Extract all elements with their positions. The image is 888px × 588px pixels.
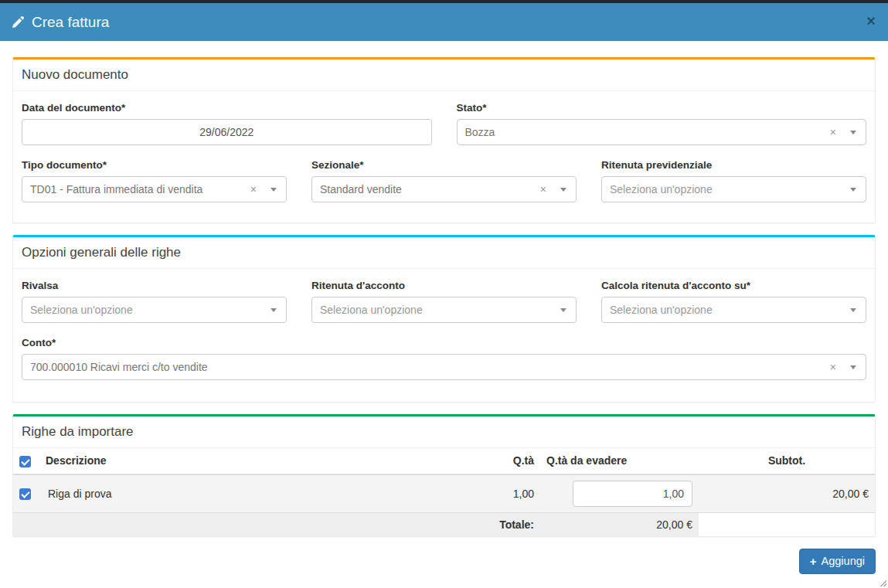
conto-clear-icon[interactable]: × xyxy=(830,362,836,372)
close-icon[interactable]: × xyxy=(866,13,876,29)
tipo-documento-select[interactable]: TD01 - Fattura immediata di vendita × xyxy=(22,176,287,202)
sezionale-select[interactable]: Standard vendite × xyxy=(311,176,577,202)
select-all-checkbox[interactable] xyxy=(19,456,31,467)
modal-title-text: Crea fattura xyxy=(32,14,109,31)
label-ritenuta-previdenziale: Ritenuta previdenziale xyxy=(601,159,866,171)
ritenuta-previdenziale-select[interactable]: Seleziona un'opzione xyxy=(601,176,866,202)
rivalsa-placeholder: Seleziona un'opzione xyxy=(30,304,270,316)
pencil-icon xyxy=(12,16,24,28)
calcola-ritenuta-select[interactable]: Seleziona un'opzione xyxy=(601,297,866,323)
chevron-down-icon xyxy=(560,188,566,192)
col-header-subtot: Subtot. xyxy=(699,448,875,474)
ritenuta-acconto-select[interactable]: Seleziona un'opzione xyxy=(311,297,577,323)
table-footer-row: Totale: 20,00 € xyxy=(13,512,875,536)
chevron-down-icon xyxy=(850,308,856,312)
section-opzioni-generali: Opzioni generali delle righe Rivalsa Sel… xyxy=(12,235,876,403)
righe-table: Descrizione Q.tà Q.tà da evadere Subtot.… xyxy=(13,448,875,536)
field-sezionale: Sezionale* Standard vendite × xyxy=(311,159,577,202)
label-conto: Conto* xyxy=(22,337,866,348)
ritenuta-acconto-placeholder: Seleziona un'opzione xyxy=(320,304,560,316)
field-ritenuta-previdenziale: Ritenuta previdenziale Seleziona un'opzi… xyxy=(601,159,866,202)
section-nuovo-documento: Nuovo documento Data del documento* Stat… xyxy=(12,57,876,223)
field-stato: Stato* Bozza × xyxy=(457,102,867,145)
table-row: Riga di prova 1,00 20,00 € xyxy=(13,474,875,513)
modal-header: Crea fattura × xyxy=(0,3,888,41)
modal-body: Nuovo documento Data del documento* Stat… xyxy=(0,41,888,574)
col-header-qta: Q.tà xyxy=(459,448,540,474)
chevron-down-icon xyxy=(270,308,277,312)
chevron-down-icon xyxy=(560,308,566,312)
field-data-documento: Data del documento* xyxy=(22,102,432,145)
section-title-opzioni-generali: Opzioni generali delle righe xyxy=(13,237,875,269)
resize-grip[interactable] xyxy=(880,580,886,586)
label-rivalsa: Rivalsa xyxy=(22,280,287,291)
tipo-documento-value: TD01 - Fattura immediata di vendita xyxy=(30,183,244,195)
conto-select[interactable]: 700.000010 Ricavi merci c/to vendite × xyxy=(22,354,866,380)
stato-value: Bozza xyxy=(465,126,824,138)
section-title-righe-da-importare: Righe da importare xyxy=(13,416,875,448)
chevron-down-icon xyxy=(850,365,856,369)
table-header-row: Descrizione Q.tà Q.tà da evadere Subtot. xyxy=(13,448,875,474)
add-button-label: Aggiungi xyxy=(822,555,865,567)
label-sezionale: Sezionale* xyxy=(311,159,577,171)
section-righe-da-importare: Righe da importare Descrizione Q.tà Q.tà… xyxy=(12,414,876,537)
row-checkbox[interactable] xyxy=(19,488,31,500)
field-calcola-ritenuta: Calcola ritenuta d'acconto su* Seleziona… xyxy=(601,280,866,323)
chevron-down-icon xyxy=(850,131,856,134)
rivalsa-select[interactable]: Seleziona un'opzione xyxy=(22,297,287,323)
col-header-qta-da-evadere: Q.tà da evadere xyxy=(540,448,699,474)
add-button[interactable]: + Aggiungi xyxy=(799,549,876,574)
totale-label: Totale: xyxy=(13,512,540,536)
field-rivalsa: Rivalsa Seleziona un'opzione xyxy=(22,280,287,323)
label-calcola-ritenuta: Calcola ritenuta d'acconto su* xyxy=(601,280,866,291)
stato-clear-icon[interactable]: × xyxy=(830,127,836,138)
totale-value: 20,00 € xyxy=(540,512,699,536)
field-tipo-documento: Tipo documento* TD01 - Fattura immediata… xyxy=(22,159,287,202)
label-ritenuta-acconto: Ritenuta d'acconto xyxy=(311,280,577,291)
col-header-descrizione: Descrizione xyxy=(39,448,459,474)
tipo-documento-clear-icon[interactable]: × xyxy=(250,184,257,195)
section-title-nuovo-documento: Nuovo documento xyxy=(13,59,875,91)
sezionale-clear-icon[interactable]: × xyxy=(540,184,546,195)
chevron-down-icon xyxy=(850,188,856,192)
calcola-ritenuta-placeholder: Seleziona un'opzione xyxy=(610,304,850,316)
chevron-down-icon xyxy=(270,188,277,192)
conto-value: 700.000010 Ricavi merci c/to vendite xyxy=(30,361,824,373)
label-stato: Stato* xyxy=(457,102,867,114)
field-conto: Conto* 700.000010 Ricavi merci c/to vend… xyxy=(22,337,866,380)
field-ritenuta-acconto: Ritenuta d'acconto Seleziona un'opzione xyxy=(311,280,577,323)
row-subtot: 20,00 € xyxy=(699,474,875,513)
actions-bar: + Aggiungi xyxy=(12,549,876,574)
stato-select[interactable]: Bozza × xyxy=(457,119,867,145)
data-documento-input[interactable] xyxy=(22,119,432,145)
plus-icon: + xyxy=(810,555,817,568)
row-qta: 1,00 xyxy=(459,474,540,513)
label-data-documento: Data del documento* xyxy=(22,102,432,114)
row-descrizione: Riga di prova xyxy=(46,488,112,500)
sezionale-value: Standard vendite xyxy=(320,183,534,195)
ritenuta-previdenziale-placeholder: Seleziona un'opzione xyxy=(610,183,850,195)
label-tipo-documento: Tipo documento* xyxy=(22,159,287,171)
modal-title: Crea fattura xyxy=(12,14,109,31)
qta-da-evadere-input[interactable] xyxy=(573,481,692,507)
